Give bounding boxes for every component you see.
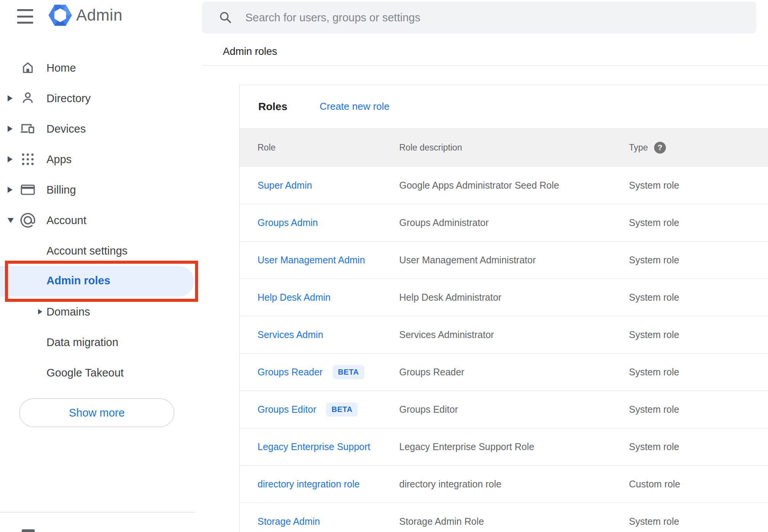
role-type: System role	[629, 217, 768, 228]
sidebar-item-label: Apps	[46, 153, 72, 166]
table-header-row: Role Role description Type ?	[240, 128, 768, 167]
role-type: Custom role	[629, 479, 768, 490]
roles-title: Roles	[258, 101, 287, 113]
sidebar-divider	[0, 512, 195, 513]
role-description: Help Desk Administrator	[399, 292, 629, 303]
sidebar-item-label: Home	[46, 62, 76, 74]
role-link[interactable]: directory integration role	[258, 479, 360, 490]
sidebar-item-home[interactable]: Home	[0, 53, 195, 83]
role-description: Groups Reader	[399, 367, 629, 378]
table-row: Services Admin Services Administrator Sy…	[240, 316, 768, 354]
role-link[interactable]: Groups Reader	[258, 367, 323, 378]
clipped-bottom-icon	[22, 529, 35, 532]
sidebar-item-domains[interactable]: Domains	[0, 296, 195, 327]
person-icon	[20, 90, 36, 106]
expand-arrow-icon[interactable]	[8, 156, 13, 162]
sidebar-item-label: Account	[46, 214, 86, 227]
role-description: Services Administrator	[399, 329, 629, 340]
beta-badge: BETA	[333, 365, 364, 379]
sidebar-item-account-settings[interactable]: Account settings	[0, 236, 195, 266]
sidebar-item-apps[interactable]: Apps	[0, 144, 195, 175]
column-header-type: Type	[629, 143, 648, 153]
role-type: System role	[629, 255, 768, 266]
table-row: Legacy Enterprise Support Legacy Enterpr…	[240, 428, 768, 466]
table-row: Super Admin Google Apps Administrator Se…	[240, 167, 768, 204]
table-row: Help Desk Admin Help Desk Administrator …	[240, 279, 768, 316]
sidebar-item-label: Admin roles	[46, 274, 110, 287]
role-description: Groups Administrator	[399, 217, 629, 228]
role-type: System role	[629, 292, 768, 303]
role-link[interactable]: Storage Admin	[258, 516, 320, 527]
expand-arrow-icon[interactable]	[8, 187, 13, 193]
search-input[interactable]	[245, 11, 756, 24]
role-description: Legacy Enterprise Support Role	[399, 441, 629, 452]
role-type: System role	[629, 441, 768, 452]
sidebar-item-label: Directory	[46, 92, 91, 105]
sidebar-item-label: Data migration	[46, 336, 118, 349]
expand-arrow-icon[interactable]	[8, 126, 13, 132]
roles-card: Roles Create new role Role Role descript…	[239, 85, 768, 532]
sidebar-item-data-migration[interactable]: Data migration	[0, 327, 195, 357]
role-link[interactable]: Services Admin	[258, 329, 323, 340]
role-link[interactable]: Help Desk Admin	[258, 292, 331, 303]
table-row: Groups Reader BETA Groups Reader System …	[240, 354, 768, 391]
sidebar-nav: Home Directory Devices	[0, 53, 195, 388]
devices-icon	[20, 121, 36, 137]
expand-arrow-icon[interactable]	[38, 309, 42, 314]
sidebar-item-admin-roles[interactable]: Admin roles	[0, 266, 194, 296]
role-type: System role	[629, 516, 768, 527]
role-description: directory integration role	[399, 479, 629, 490]
role-link[interactable]: Groups Editor	[258, 404, 316, 415]
table-row: Groups Editor BETA Groups Editor System …	[240, 391, 768, 428]
role-type: System role	[629, 367, 768, 378]
role-type: System role	[629, 329, 768, 340]
expand-arrow-icon[interactable]	[8, 95, 13, 101]
sidebar-item-google-takeout[interactable]: Google Takeout	[0, 357, 195, 388]
sidebar-item-label: Domains	[46, 306, 90, 318]
role-type: System role	[629, 180, 768, 191]
role-link[interactable]: User Management Admin	[258, 255, 365, 266]
sidebar-item-label: Billing	[46, 184, 76, 196]
table-row: Groups Admin Groups Administrator System…	[240, 204, 768, 242]
page-divider	[202, 65, 768, 66]
app-title: Admin	[76, 6, 123, 24]
beta-badge: BETA	[326, 402, 358, 417]
roles-card-header: Roles Create new role	[240, 85, 768, 128]
role-description: Groups Editor	[399, 404, 629, 415]
role-description: Storage Admin Role	[399, 516, 629, 527]
sidebar-item-label: Google Takeout	[46, 367, 124, 379]
page-title: Admin roles	[223, 46, 277, 58]
billing-card-icon	[20, 182, 36, 198]
menu-hamburger-icon[interactable]	[17, 9, 33, 24]
role-description: Google Apps Administrator Seed Role	[399, 180, 629, 191]
sidebar-item-billing[interactable]: Billing	[0, 175, 195, 205]
at-sign-icon	[20, 212, 36, 228]
role-type: System role	[629, 404, 768, 415]
create-new-role-link[interactable]: Create new role	[320, 101, 390, 112]
sidebar-item-devices[interactable]: Devices	[0, 114, 195, 144]
apps-grid-icon	[20, 151, 36, 167]
role-link[interactable]: Legacy Enterprise Support	[258, 441, 370, 452]
collapse-arrow-icon[interactable]	[8, 218, 14, 223]
global-search-bar[interactable]	[202, 2, 756, 34]
admin-logo-icon	[48, 3, 72, 28]
sidebar-item-account[interactable]: Account	[0, 205, 195, 236]
role-link[interactable]: Super Admin	[258, 180, 312, 191]
column-header-role: Role	[240, 143, 399, 153]
table-row: directory integration role directory int…	[240, 466, 768, 503]
role-description: User Management Administrator	[399, 255, 629, 266]
sidebar-item-label: Devices	[46, 123, 86, 135]
table-row: User Management Admin User Management Ad…	[240, 242, 768, 279]
sidebar-item-directory[interactable]: Directory	[0, 83, 195, 114]
table-row: Storage Admin Storage Admin Role System …	[240, 503, 768, 532]
home-icon	[20, 60, 36, 76]
role-link[interactable]: Groups Admin	[258, 217, 318, 228]
search-icon	[218, 10, 233, 25]
brand-bar: Admin	[0, 0, 195, 34]
help-icon[interactable]: ?	[654, 142, 666, 154]
column-header-description: Role description	[399, 143, 629, 153]
show-more-button[interactable]: Show more	[19, 398, 174, 427]
sidebar: Admin Home Directory	[0, 0, 195, 532]
sidebar-item-label: Account settings	[46, 245, 128, 257]
